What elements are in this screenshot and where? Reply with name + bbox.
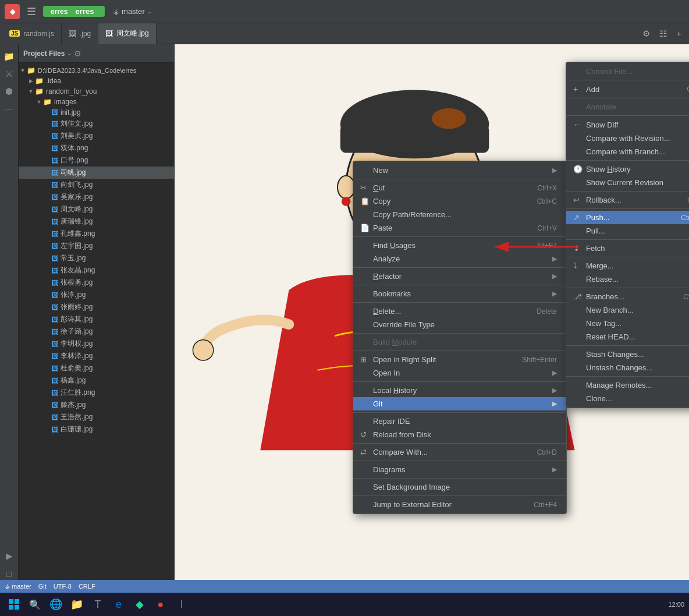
taskbar-search-icon[interactable]: 🔍 [26, 595, 44, 614]
menu-item-rollback[interactable]: ↩ Rollback... Ctrl+Alt+Z [566, 193, 689, 207]
tree-file-tangruifeng[interactable]: 🖼 唐瑞锋.jpg [19, 215, 174, 228]
menu-item-new-branch[interactable]: New Branch... [566, 303, 689, 317]
menu-item-show-diff[interactable]: ← Show Diff [566, 118, 689, 132]
tree-item-images[interactable]: ▼ 📁 images [19, 97, 174, 107]
taskbar-pycharm-icon[interactable]: ◆ [130, 595, 149, 614]
menu-item-manage-remotes[interactable]: Manage Remotes... [566, 378, 689, 392]
project-badge[interactable]: erres erres ⌄ [43, 6, 105, 17]
tree-file-lilinze[interactable]: 🖼 李林泽.jpg [19, 350, 174, 362]
menu-item-push[interactable]: ↗ Push... Ctrl+Shift+K [566, 211, 689, 224]
tree-file-wujiale-label: 吴家乐.jpg [61, 192, 93, 202]
menu-item-add[interactable]: + Add Ctrl+Alt+A [566, 82, 689, 96]
menu-item-reload-disk[interactable]: ↺ Reload from Disk [353, 428, 566, 441]
plugins-icon[interactable]: ⬢ [2, 84, 17, 99]
tree-file-zhanggen[interactable]: 🖼 张根勇.jpg [19, 277, 174, 289]
menu-item-new[interactable]: New ▶ [353, 164, 566, 177]
menu-item-open-in[interactable]: Open In ▶ [353, 366, 566, 380]
tab-zhouwenfeng[interactable]: 🖼 周文峰.jpg [98, 23, 156, 44]
menu-item-reset-head[interactable]: Reset HEAD... [566, 330, 689, 344]
menu-item-show-history[interactable]: 🕐 Show History [566, 162, 689, 176]
tree-file-changyu[interactable]: 🖼 常玉.jpg [19, 252, 174, 264]
tree-file-zhangyoujing[interactable]: 🖼 张友晶.png [19, 264, 174, 277]
tab-random-js[interactable]: JS random.js [2, 23, 62, 44]
menu-item-copy[interactable]: 📋 Copy Ctrl+C [353, 194, 566, 208]
tree-root[interactable]: ▼ 📁 D:\IDEA2023.3.4\Java_Code\erres [19, 65, 174, 76]
tree-item-idea[interactable]: ▶ 📁 .idea [19, 76, 174, 86]
tree-file-pengshiqi[interactable]: 🖼 彭诗其.jpg [19, 313, 174, 325]
tree-file-init[interactable]: 🖼 init.jpg [19, 107, 174, 118]
tree-item-random-for-you[interactable]: ▼ 📁 random_for_you [19, 86, 174, 97]
menu-item-new-tag[interactable]: New Tag... [566, 317, 689, 330]
tab-tool-settings-icon[interactable]: ⚙ [640, 27, 653, 40]
tree-file-kongweixin[interactable]: 🖼 孔维鑫.png [19, 228, 174, 240]
tree-file-wujiale[interactable]: 🖼 吴家乐.jpg [19, 191, 174, 203]
tab-image1[interactable]: 🖼 .jpg [62, 23, 98, 44]
run-icon[interactable]: ▶ [2, 548, 17, 564]
menu-item-cut[interactable]: ✂ Cut Ctrl+X [353, 181, 566, 194]
file-tree-settings-icon[interactable]: ⚙ [74, 49, 81, 58]
tree-file-zuoyuguo[interactable]: 🖼 左宇国.jpg [19, 240, 174, 252]
menu-item-compare-revision[interactable]: Compare with Revision... [566, 132, 689, 145]
status-git[interactable]: Git [38, 583, 47, 590]
menu-item-compare-with[interactable]: ⇄ Compare With... Ctrl+D [353, 445, 566, 459]
menu-item-branches[interactable]: ⎇ Branches... Ctrl+Shift+` [566, 290, 689, 303]
status-crlf[interactable]: CRLF [79, 583, 95, 590]
menu-item-fetch[interactable]: ⇣ Fetch [566, 242, 689, 255]
tree-file-shuangti[interactable]: 🖼 双体.png [19, 142, 174, 154]
tree-file-xuzihan[interactable]: 🖼 徐子涵.jpg [19, 325, 174, 338]
menu-item-bookmarks[interactable]: Bookmarks ▶ [353, 287, 566, 300]
status-utf8[interactable]: UTF-8 [54, 583, 72, 590]
taskbar-chrome-icon[interactable]: ● [151, 595, 170, 614]
taskbar-intellij-icon[interactable]: I [172, 595, 191, 614]
tree-file-limingquan[interactable]: 🖼 李明权.jpg [19, 338, 174, 350]
tree-file-kouhao[interactable]: 🖼 口号.png [19, 154, 174, 167]
taskbar-explorer-icon[interactable]: 📁 [68, 595, 86, 614]
menu-item-merge[interactable]: ⤵ Merge... [566, 259, 689, 272]
more-icon[interactable]: ⋯ [2, 101, 17, 116]
menu-item-set-background[interactable]: Set Background Image [353, 480, 566, 494]
menu-item-rebase[interactable]: Rebase... [566, 272, 689, 286]
menu-item-copy-path[interactable]: Copy Path/Reference... [353, 208, 566, 221]
tree-file-duyufan[interactable]: 🖼 杜俞樊.jpg [19, 362, 174, 374]
tab-tool-grid-icon[interactable]: ☷ [656, 27, 670, 40]
tree-file-xiangjianfei[interactable]: 🖼 向剑飞.jpg [19, 179, 174, 191]
hamburger-menu-icon[interactable]: ☰ [24, 3, 38, 20]
taskbar-edge2-icon[interactable]: e [109, 595, 128, 614]
tab-tool-plus-icon[interactable]: + [673, 27, 684, 40]
menu-item-compare-branch[interactable]: Compare with Branch... [566, 145, 689, 158]
tree-file-sifan[interactable]: 🖼 司帆.jpg [19, 167, 174, 179]
menu-item-local-history[interactable]: Local History ▶ [353, 384, 566, 397]
menu-item-refactor[interactable]: Refactor ▶ [353, 270, 566, 283]
menu-item-jump-external[interactable]: Jump to External Editor Ctrl+F4 [353, 498, 566, 511]
branch-selector[interactable]: ⚶ master ⌄ [109, 5, 155, 18]
tree-file-tengjie[interactable]: 🖼 滕杰.jpg [19, 399, 174, 411]
vcs-icon[interactable]: ⚔ [2, 66, 17, 82]
tree-file-yangxin[interactable]: 🖼 杨鑫.jpg [19, 374, 174, 387]
tree-file-liumeizhen[interactable]: 🖼 刘美贞.jpg [19, 130, 174, 142]
menu-item-stash-changes[interactable]: Stash Changes... [566, 348, 689, 361]
menu-item-show-current-revision[interactable]: Show Current Revision [566, 176, 689, 189]
tree-file-zhangyuting[interactable]: 🖼 张雨婷.jpg [19, 301, 174, 313]
menu-item-repair-ide[interactable]: Repair IDE [353, 415, 566, 428]
menu-item-unstash-changes[interactable]: Unstash Changes... [566, 361, 689, 374]
status-branch[interactable]: ⚶ master [5, 583, 31, 590]
menu-item-git[interactable]: Git ▶ [353, 397, 566, 410]
tree-file-zhouwenfeng[interactable]: 🖼 周文峰.jpg [19, 203, 174, 215]
menu-item-open-right-split[interactable]: ⊞ Open in Right Split Shift+Enter [353, 353, 566, 366]
folder-icon[interactable]: 📁 [2, 49, 17, 64]
menu-item-delete[interactable]: Delete... Delete [353, 305, 566, 318]
tree-file-wangrensheng[interactable]: 🖼 汪仁胜.png [19, 387, 174, 399]
taskbar-edge-icon[interactable]: 🌐 [47, 595, 65, 614]
taskbar-typora-icon[interactable]: T [88, 595, 107, 614]
menu-item-clone[interactable]: Clone... [566, 392, 689, 405]
tree-file-wanghaoran[interactable]: 🖼 王浩然.jpg [19, 411, 174, 423]
tree-file-baishanshan[interactable]: 🖼 白珊珊.jpg [19, 423, 174, 436]
tree-file-zhangchun[interactable]: 🖼 张淳.jpg [19, 289, 174, 301]
terminal-icon[interactable]: □ [2, 566, 17, 581]
windows-start-icon[interactable] [5, 595, 23, 614]
menu-item-pull[interactable]: Pull... [566, 224, 689, 238]
menu-item-paste[interactable]: 📄 Paste Ctrl+V [353, 221, 566, 235]
tree-file-liujiawen[interactable]: 🖼 刘佳文.jpg [19, 118, 174, 130]
menu-item-diagrams[interactable]: Diagrams ▶ [353, 463, 566, 476]
menu-item-override-file-type[interactable]: Override File Type [353, 318, 566, 331]
